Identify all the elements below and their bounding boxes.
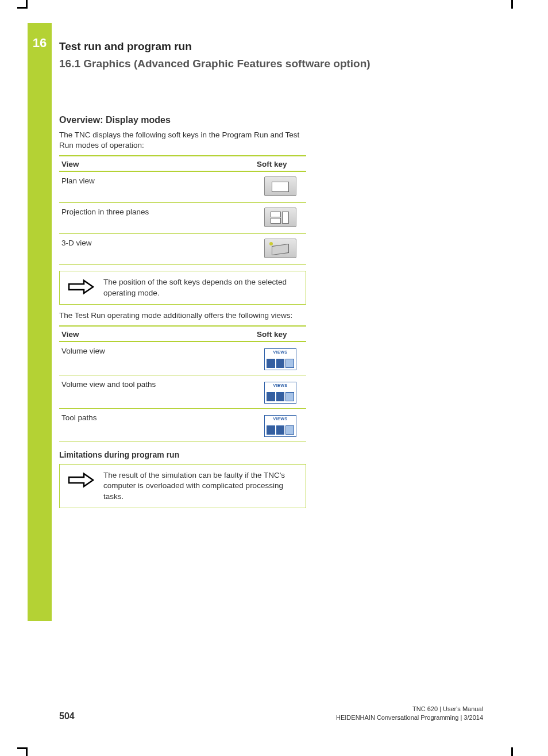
table-row: Volume view and tool paths VIEWS xyxy=(59,375,306,409)
chapter-sidebar xyxy=(28,23,52,621)
chapter-number: 16 xyxy=(28,36,52,51)
section-title: 16.1 Graphics (Advanced Graphic Features… xyxy=(59,57,371,70)
table-row: Volume view VIEWS xyxy=(59,341,306,375)
note-softkey-position: The position of the soft keys depends on… xyxy=(59,271,306,304)
table-row: 3-D view xyxy=(59,234,306,265)
view-label: Plan view xyxy=(59,171,254,203)
col-view: View xyxy=(59,326,254,341)
arrow-right-icon xyxy=(67,470,95,490)
note-limitations: The result of the simulation can be faul… xyxy=(59,464,306,508)
view-label: 3-D view xyxy=(59,234,254,265)
view-label: Volume view and tool paths xyxy=(59,375,254,409)
view-label: Tool paths xyxy=(59,409,254,442)
col-softkey: Soft key xyxy=(254,326,306,341)
views-toolpaths-icon: VIEWS xyxy=(264,415,296,437)
extra-intro: The Test Run operating mode additionally… xyxy=(59,310,306,321)
views-volume-toolpaths-icon: VIEWS xyxy=(264,382,296,404)
table-row: Tool paths VIEWS xyxy=(59,409,306,442)
3d-view-icon xyxy=(264,239,296,258)
chapter-title: Test run and program run xyxy=(59,40,192,53)
arrow-right-icon xyxy=(67,277,95,297)
footer-line2: HEIDENHAIN Conversational Programming | … xyxy=(336,713,483,722)
views-volume-icon: VIEWS xyxy=(264,348,296,370)
note-text: The position of the soft keys depends on… xyxy=(103,277,299,298)
footer-line1: TNC 620 | User's Manual xyxy=(336,705,483,713)
view-label: Projection in three planes xyxy=(59,203,254,234)
limitations-heading: Limitations during program run xyxy=(59,450,306,459)
test-run-views-table: View Soft key Volume view VIEWS Volume v… xyxy=(59,325,306,442)
table-row: Projection in three planes xyxy=(59,203,306,234)
three-planes-icon xyxy=(264,208,296,227)
col-view: View xyxy=(59,156,254,171)
page-number: 504 xyxy=(59,711,75,722)
table-row: Plan view xyxy=(59,171,306,203)
plan-view-icon xyxy=(264,176,296,196)
col-softkey: Soft key xyxy=(254,156,306,171)
note-text: The result of the simulation can be faul… xyxy=(103,470,299,502)
display-modes-table: View Soft key Plan view Projection in th… xyxy=(59,155,306,265)
overview-heading: Overview: Display modes xyxy=(59,115,306,125)
overview-intro: The TNC displays the following soft keys… xyxy=(59,130,306,151)
view-label: Volume view xyxy=(59,341,254,375)
